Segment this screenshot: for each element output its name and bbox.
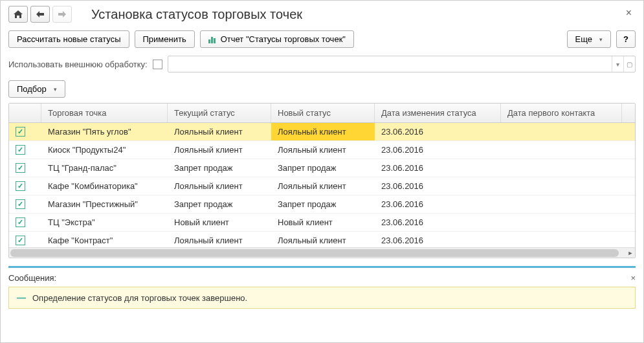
table-row[interactable]: ✓Кафе "Комбинаторика"Лояльный клиентЛоял… (9, 177, 635, 195)
row-checkbox[interactable]: ✓ (16, 199, 25, 209)
chart-icon (208, 36, 217, 43)
select-button[interactable]: Подбор (8, 80, 65, 98)
message-box: — Определение статусов для торговых точе… (8, 287, 636, 309)
cell-change-date: 23.06.2016 (375, 123, 501, 140)
row-checkbox[interactable]: ✓ (16, 181, 25, 191)
report-label: Отчет "Статусы торговых точек" (221, 34, 346, 44)
cell-current-status: Запрет продаж (168, 195, 271, 213)
row-checkbox[interactable]: ✓ (16, 163, 25, 173)
cell-change-date: 23.06.2016 (375, 232, 501, 247)
cell-current-status: Лояльный клиент (168, 232, 271, 247)
divider (8, 266, 636, 268)
cell-current-status: Лояльный клиент (168, 177, 271, 195)
toolbar: Рассчитать новые статусы Применить Отчет… (8, 30, 636, 48)
cell-point: Киоск "Продукты24" (41, 141, 168, 159)
page-title: Установка статусов торговых точек (91, 7, 302, 22)
cell-point: Кафе "Контраст" (41, 232, 168, 247)
cell-new-status: Лояльный клиент (271, 123, 375, 140)
apply-button[interactable]: Применить (135, 30, 195, 48)
cell-point: ТЦ "Гранд-палас" (41, 159, 168, 177)
col-checkbox[interactable] (9, 104, 41, 122)
cell-first-contact (501, 195, 635, 213)
cell-new-status: Новый клиент (271, 214, 375, 231)
home-icon (14, 10, 23, 18)
messages-header: Сообщения: × (8, 273, 636, 283)
cell-first-contact (501, 141, 635, 159)
col-point[interactable]: Торговая точка (41, 104, 168, 122)
cell-first-contact (501, 159, 635, 177)
table-body: ✓Магазин "Пять углов"Лояльный клиентЛоял… (9, 123, 635, 247)
cell-change-date: 23.06.2016 (375, 195, 501, 213)
col-first-contact[interactable]: Дата первого контакта (501, 104, 622, 122)
table-row[interactable]: ✓Магазин "Пять углов"Лояльный клиентЛоял… (9, 123, 635, 141)
messages-close[interactable]: × (630, 273, 636, 283)
report-button[interactable]: Отчет "Статусы торговых точек" (200, 30, 354, 48)
row-checkbox[interactable]: ✓ (16, 236, 25, 245)
cell-current-status: Лояльный клиент (168, 141, 271, 159)
table-row[interactable]: ✓ТЦ "Гранд-палас"Запрет продажЗапрет про… (9, 159, 635, 177)
cell-first-contact (501, 177, 635, 195)
arrow-left-icon (36, 11, 44, 17)
row-checkbox[interactable]: ✓ (16, 217, 25, 227)
cell-change-date: 23.06.2016 (375, 214, 501, 231)
cell-change-date: 23.06.2016 (375, 177, 501, 195)
table-row[interactable]: ✓Магазин "Престижный"Запрет продажЗапрет… (9, 195, 635, 214)
help-button[interactable]: ? (616, 30, 636, 48)
scroll-thumb[interactable] (10, 249, 619, 257)
scroll-right-icon[interactable]: ► (626, 248, 635, 258)
table-row[interactable]: ✓Кафе "Контраст"Лояльный клиентЛояльный … (9, 232, 635, 247)
cell-change-date: 23.06.2016 (375, 159, 501, 177)
cell-current-status: Запрет продаж (168, 159, 271, 177)
table-row[interactable]: ✓ТЦ "Экстра"Новый клиентНовый клиент23.0… (9, 214, 635, 232)
cell-point: Магазин "Пять углов" (41, 123, 168, 140)
cell-point: ТЦ "Экстра" (41, 214, 168, 231)
col-change-date[interactable]: Дата изменения статуса (375, 104, 501, 122)
status-table: Торговая точка Текущий статус Новый стат… (8, 103, 636, 258)
calculate-button[interactable]: Рассчитать новые статусы (8, 30, 129, 48)
horizontal-scrollbar[interactable]: ◄ ► (9, 247, 635, 258)
cell-new-status: Лояльный клиент (271, 177, 375, 195)
external-processing-row: Использовать внешнюю обработку: ▾ ▢ (8, 56, 636, 72)
cell-new-status: Лояльный клиент (271, 141, 375, 159)
cell-current-status: Новый клиент (168, 214, 271, 231)
cell-change-date: 23.06.2016 (375, 141, 501, 159)
cell-new-status: Запрет продаж (271, 195, 375, 213)
close-button[interactable]: × (622, 6, 636, 20)
home-button[interactable] (8, 6, 28, 23)
header: Установка статусов торговых точек (8, 6, 636, 23)
cell-first-contact (501, 123, 635, 140)
cell-point: Магазин "Престижный" (41, 195, 168, 213)
combo-dropdown-icon[interactable]: ▾ (612, 56, 623, 72)
col-current-status[interactable]: Текущий статус (168, 104, 271, 122)
messages-title: Сообщения: (8, 273, 56, 283)
col-new-status[interactable]: Новый статус (271, 104, 375, 122)
row-checkbox[interactable]: ✓ (16, 145, 25, 155)
external-processing-checkbox[interactable] (153, 60, 162, 69)
cell-current-status: Лояльный клиент (168, 123, 271, 140)
cell-first-contact (501, 232, 635, 247)
external-processing-label: Использовать внешнюю обработку: (8, 60, 148, 69)
forward-button (52, 6, 72, 23)
cell-new-status: Запрет продаж (271, 159, 375, 177)
external-processing-combo[interactable]: ▾ ▢ (168, 56, 636, 72)
message-text: Определение статусов для торговых точек … (32, 293, 247, 303)
table-header: Торговая точка Текущий статус Новый стат… (9, 104, 635, 123)
arrow-right-icon (58, 11, 66, 17)
row-checkbox[interactable]: ✓ (16, 127, 25, 137)
message-bullet-icon: — (17, 293, 26, 303)
table-row[interactable]: ✓Киоск "Продукты24"Лояльный клиентЛояльн… (9, 141, 635, 159)
window: × Установка статусов торговых точек Расс… (0, 0, 644, 343)
combo-open-icon[interactable]: ▢ (623, 56, 635, 72)
cell-first-contact (501, 214, 635, 231)
back-button[interactable] (30, 6, 50, 23)
more-button[interactable]: Еще (567, 30, 611, 48)
cell-new-status: Лояльный клиент (271, 232, 375, 247)
cell-point: Кафе "Комбинаторика" (41, 177, 168, 195)
